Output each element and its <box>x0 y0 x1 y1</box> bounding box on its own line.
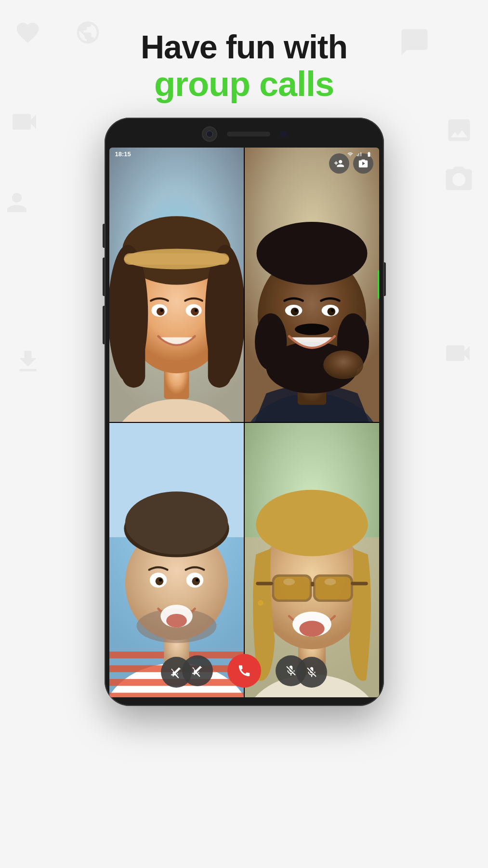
power-button <box>384 262 386 296</box>
end-call-button[interactable] <box>227 654 261 688</box>
svg-point-49 <box>155 577 163 585</box>
svg-rect-70 <box>351 582 368 585</box>
proximity-sensor <box>280 131 287 137</box>
svg-rect-64 <box>311 582 314 586</box>
svg-point-68 <box>324 578 336 585</box>
svg-point-30 <box>294 309 297 312</box>
svg-point-16 <box>160 309 163 312</box>
toggle-mic-button[interactable] <box>276 655 306 686</box>
svg-point-52 <box>196 579 198 582</box>
video-cell-2[interactable] <box>245 148 379 422</box>
phone-top-bar <box>105 118 384 148</box>
svg-point-61 <box>256 490 367 556</box>
status-time: 18:15 <box>115 150 131 158</box>
svg-rect-9 <box>208 273 230 388</box>
svg-point-67 <box>283 578 295 585</box>
svg-point-32 <box>294 324 329 335</box>
svg-point-72 <box>299 621 324 637</box>
call-controls-bar <box>109 654 379 688</box>
svg-point-22 <box>256 222 367 285</box>
status-bar: 18:15 <box>109 148 379 161</box>
svg-point-45 <box>125 491 227 554</box>
toggle-camera-button[interactable] <box>182 655 213 686</box>
svg-point-54 <box>166 614 187 627</box>
video-cell-1[interactable] <box>109 148 244 422</box>
svg-point-17 <box>194 309 197 312</box>
svg-point-73 <box>257 600 263 606</box>
svg-point-51 <box>159 579 162 582</box>
volume-down-button <box>103 258 105 296</box>
volume-up-button <box>103 224 105 248</box>
signal-icon <box>356 151 363 157</box>
svg-point-50 <box>192 577 200 585</box>
svg-point-31 <box>331 309 334 312</box>
svg-rect-69 <box>256 582 273 585</box>
svg-point-29 <box>327 308 335 316</box>
status-icons-group <box>346 151 373 157</box>
svg-rect-11 <box>124 253 229 265</box>
svg-point-33 <box>323 351 363 379</box>
camera-lens <box>206 131 213 137</box>
header-line2: group calls <box>141 65 347 103</box>
active-speaker-indicator <box>378 270 379 299</box>
svg-point-15 <box>191 308 199 316</box>
phone-frame: 18:15 <box>105 118 384 706</box>
svg-point-14 <box>157 308 165 316</box>
svg-rect-8 <box>122 273 145 388</box>
phone-mockup: 18:15 <box>105 118 384 706</box>
silent-button <box>103 306 105 344</box>
wifi-icon <box>346 151 354 157</box>
header-line1: Have fun with <box>141 29 347 65</box>
earpiece-speaker <box>227 132 270 136</box>
svg-rect-41 <box>109 693 244 697</box>
header-section: Have fun with group calls <box>141 0 347 103</box>
svg-point-24 <box>254 313 286 371</box>
video-grid <box>109 148 379 697</box>
front-camera-left <box>202 126 217 142</box>
phone-screen: 18:15 <box>109 148 379 697</box>
svg-point-28 <box>290 308 299 316</box>
battery-icon <box>365 151 373 157</box>
